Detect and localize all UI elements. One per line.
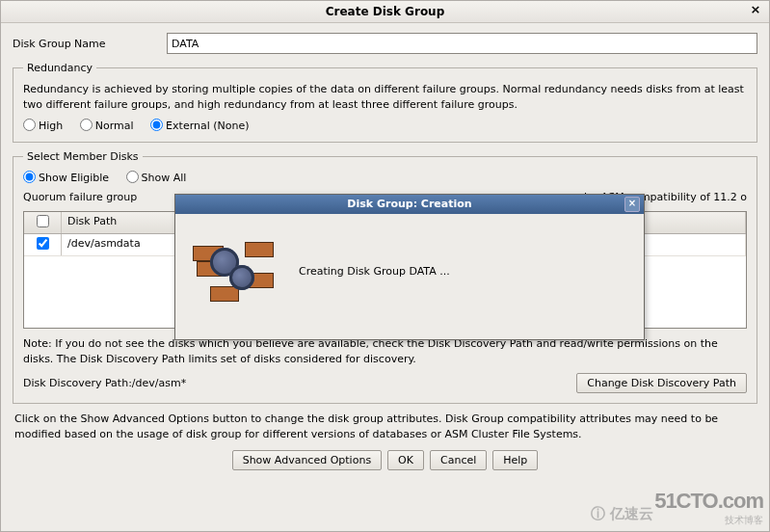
show-eligible-radio[interactable] [23, 171, 36, 183]
main-window: Create Disk Group × Disk Group Name Redu… [0, 0, 770, 532]
redundancy-fieldset: Redundancy Redundancy is achieved by sto… [13, 62, 757, 143]
dialog-close-button[interactable]: × [624, 197, 640, 212]
redundancy-radio-row: High Normal External (None) [23, 119, 747, 132]
show-eligible-option[interactable]: Show Eligible [23, 172, 109, 184]
disk-group-name-input[interactable] [167, 33, 757, 54]
redundancy-external-option[interactable]: External (None) [150, 120, 249, 132]
gears-icon [193, 236, 274, 306]
titlebar: Create Disk Group × [1, 1, 769, 23]
creation-progress-dialog: Disk Group: Creation × Creating Disk Gro… [174, 194, 645, 340]
show-all-radio[interactable] [126, 171, 139, 183]
member-show-row: Show Eligible Show All [23, 171, 747, 184]
show-advanced-options-button[interactable]: Show Advanced Options [232, 450, 382, 470]
footer-text: Click on the Show Advanced Options butto… [14, 412, 756, 442]
discovery-path-text: Disk Discovery Path:/dev/asm* [23, 377, 186, 389]
watermark-right: 51CTO.com 技术博客 [654, 489, 763, 527]
member-disks-legend: Select Member Disks [23, 150, 143, 163]
redundancy-external-radio[interactable] [150, 119, 163, 131]
discovery-path-row: Disk Discovery Path:/dev/asm* Change Dis… [23, 373, 747, 393]
row-check-cell[interactable] [24, 234, 62, 255]
redundancy-high-radio[interactable] [23, 119, 36, 131]
redundancy-normal-radio[interactable] [80, 119, 93, 131]
disk-table-header-check[interactable] [24, 212, 62, 233]
change-discovery-path-button[interactable]: Change Disk Discovery Path [576, 373, 747, 393]
redundancy-description: Redundancy is achieved by storing multip… [23, 82, 747, 113]
dialog-title: Disk Group: Creation [347, 198, 471, 210]
ok-button[interactable]: OK [387, 450, 424, 470]
help-button[interactable]: Help [492, 450, 538, 470]
window-close-button[interactable]: × [748, 3, 763, 18]
redundancy-high-option[interactable]: High [23, 120, 63, 132]
redundancy-legend: Redundancy [23, 62, 96, 74]
disk-group-name-row: Disk Group Name [13, 33, 757, 54]
window-title: Create Disk Group [326, 5, 445, 18]
dialog-titlebar: Disk Group: Creation × [175, 195, 644, 214]
cancel-button[interactable]: Cancel [430, 450, 487, 470]
watermark-left: ⓘ 亿速云 [591, 505, 653, 523]
disk-group-name-label: Disk Group Name [13, 38, 167, 50]
redundancy-normal-option[interactable]: Normal [80, 120, 134, 132]
dialog-message: Creating Disk Group DATA ... [299, 265, 626, 278]
select-all-checkbox[interactable] [37, 215, 49, 227]
show-all-option[interactable]: Show All [126, 172, 187, 184]
footer-buttons: Show Advanced Options OK Cancel Help [13, 450, 757, 470]
dialog-body: Creating Disk Group DATA ... [175, 214, 644, 339]
discovery-note: Note: If you do not see the disks which … [23, 336, 747, 367]
row-checkbox[interactable] [37, 237, 49, 250]
